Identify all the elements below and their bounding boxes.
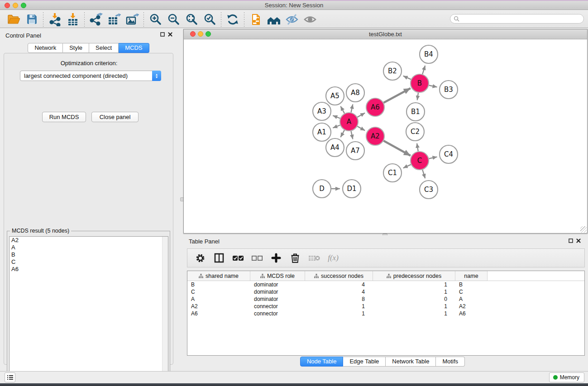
import-table-icon[interactable] (64, 12, 82, 27)
cell-successor-nodes[interactable]: 8 (305, 296, 373, 302)
node-table[interactable]: shared nameMCDS rolesuccessor nodesprede… (187, 271, 585, 356)
delete-table-icon[interactable] (306, 250, 322, 266)
cell-name[interactable]: C (455, 289, 488, 295)
zoom-in-icon[interactable] (146, 12, 164, 27)
cell-MCDS-role[interactable]: dominator (250, 296, 305, 302)
cell-name[interactable]: A (455, 296, 488, 302)
edge-C-C3[interactable] (422, 170, 425, 178)
export-image-icon[interactable] (123, 12, 141, 27)
import-network-icon[interactable] (46, 12, 64, 27)
cell-MCDS-role[interactable]: dominator (250, 281, 305, 288)
result-item[interactable]: A2 (10, 237, 168, 244)
network-zoom-button[interactable] (206, 31, 211, 37)
run-mcds-button[interactable]: Run MCDS (42, 112, 86, 122)
graph-node-B1[interactable]: B1 (406, 103, 425, 121)
zoom-out-icon[interactable] (164, 12, 182, 27)
graph-node-C[interactable]: C (411, 152, 429, 170)
cell-MCDS-role[interactable]: dominator (250, 289, 305, 295)
graph-node-B3[interactable]: B3 (440, 81, 458, 99)
tab-node-table[interactable]: Node Table (300, 357, 344, 367)
delete-column-icon[interactable] (287, 250, 303, 266)
edge-B-B3[interactable] (429, 86, 437, 87)
mcds-result-list[interactable]: A2ABCA6 (9, 236, 168, 385)
cell-name[interactable]: A2 (455, 303, 488, 310)
edge-A-A2[interactable] (357, 126, 365, 130)
graph-node-A5[interactable]: A5 (326, 87, 344, 105)
show-all-icon[interactable] (301, 12, 319, 27)
close-panel-icon[interactable] (576, 238, 581, 243)
show-panels-menu-button[interactable] (5, 372, 15, 382)
cell-name[interactable]: A6 (455, 310, 488, 317)
table-row[interactable]: A2connector11A2 (187, 303, 584, 310)
add-column-icon[interactable] (268, 250, 284, 266)
cell-shared-name[interactable]: A (187, 296, 250, 302)
edge-A-A6[interactable] (357, 113, 365, 117)
cell-shared-name[interactable]: A6 (187, 310, 250, 317)
tab-network-table[interactable]: Network Table (386, 357, 436, 367)
edge-A-A8[interactable] (351, 104, 353, 112)
graph-node-A3[interactable]: A3 (313, 102, 331, 120)
edge-B-B4[interactable] (422, 66, 425, 74)
cell-successor-nodes[interactable]: 4 (305, 281, 373, 288)
cell-predecessor-nodes[interactable]: 1 (373, 303, 455, 310)
column-header-name[interactable]: name (455, 271, 488, 281)
network-close-button[interactable] (190, 31, 196, 37)
window-resize-grip[interactable] (580, 226, 587, 233)
graph-node-D1[interactable]: D1 (343, 180, 361, 198)
edge-A2-C[interactable] (383, 141, 411, 156)
cell-successor-nodes[interactable]: 1 (305, 303, 373, 310)
cell-MCDS-role[interactable]: connector (250, 310, 305, 317)
graph-node-A8[interactable]: A8 (346, 84, 364, 102)
result-item[interactable]: B (10, 251, 168, 258)
graph-node-B[interactable]: B (411, 74, 429, 92)
table-row[interactable]: A6connector11A6 (187, 310, 584, 317)
unselect-all-icon[interactable] (249, 250, 265, 266)
edge-A-A1[interactable] (333, 125, 340, 128)
hide-selected-icon[interactable] (283, 12, 301, 27)
graph-node-C2[interactable]: C2 (406, 123, 424, 141)
cell-predecessor-nodes[interactable]: 0 (373, 296, 455, 302)
edge-A-A7[interactable] (351, 131, 353, 139)
open-file-icon[interactable] (5, 12, 23, 27)
criterion-dropdown[interactable]: largest connected component (directed) ▲… (20, 71, 161, 81)
tab-style[interactable]: Style (63, 43, 89, 53)
tab-network[interactable]: Network (28, 43, 63, 53)
graph-node-B2[interactable]: B2 (383, 62, 402, 80)
minimize-window-button[interactable] (13, 3, 18, 8)
table-options-icon[interactable] (192, 250, 208, 266)
column-header-shared-name[interactable]: shared name (187, 271, 250, 281)
tab-select[interactable]: Select (89, 43, 119, 53)
graph-node-C4[interactable]: C4 (440, 145, 458, 163)
edge-A-A3[interactable] (333, 115, 340, 118)
zoom-window-button[interactable] (21, 3, 26, 8)
graph-node-A4[interactable]: A4 (326, 138, 344, 157)
zoom-fit-icon[interactable] (182, 12, 201, 27)
cell-shared-name[interactable]: B (187, 281, 250, 288)
cell-name[interactable]: B (455, 281, 488, 288)
edge-C-C1[interactable] (403, 165, 411, 168)
graph-node-D[interactable]: D (313, 180, 331, 198)
cell-predecessor-nodes[interactable]: 1 (373, 310, 455, 317)
graph-node-C3[interactable]: C3 (420, 181, 438, 199)
result-item[interactable]: A (10, 244, 168, 251)
close-panel-button[interactable]: Close panel (91, 112, 139, 122)
function-builder-icon[interactable]: f(x) (325, 250, 341, 266)
network-minimize-button[interactable] (198, 31, 203, 37)
cell-successor-nodes[interactable]: 1 (305, 310, 373, 317)
table-row[interactable]: Bdominator41B (187, 281, 584, 288)
new-network-icon[interactable] (247, 12, 265, 27)
result-scrollbar-track[interactable] (162, 237, 168, 384)
graph-node-A6[interactable]: A6 (366, 98, 384, 116)
cell-predecessor-nodes[interactable]: 1 (373, 289, 455, 295)
edge-C-C2[interactable] (417, 143, 418, 152)
cell-successor-nodes[interactable]: 4 (305, 289, 373, 295)
edge-A-A4[interactable] (340, 130, 344, 137)
table-row[interactable]: Adominator80A (187, 295, 584, 303)
edge-C-C4[interactable] (429, 157, 437, 159)
cell-predecessor-nodes[interactable]: 1 (373, 281, 455, 288)
column-header-MCDS-role[interactable]: MCDS role (250, 271, 305, 281)
save-session-icon[interactable] (23, 12, 41, 27)
graph-node-A2[interactable]: A2 (366, 127, 384, 145)
show-column-icon[interactable] (211, 250, 227, 266)
search-input[interactable] (450, 14, 584, 24)
